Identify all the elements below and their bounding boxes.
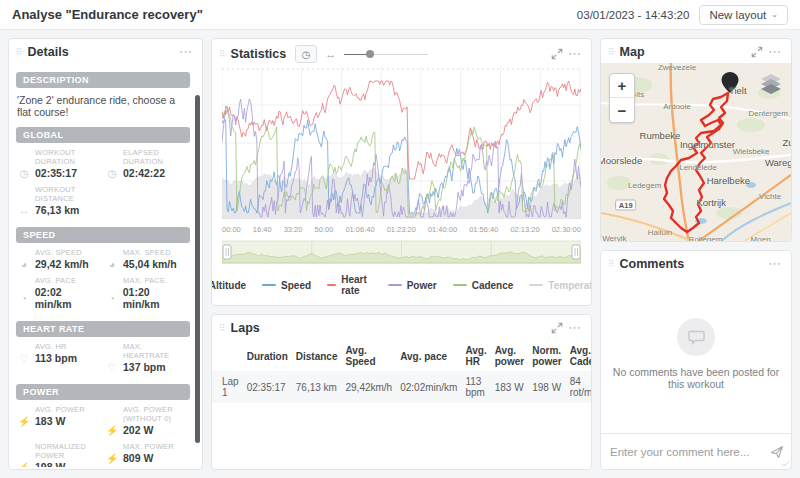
details-sections: DESCRIPTION'Zone 2' endurance ride, choo… — [9, 63, 202, 467]
bolt-icon: ⚡ — [18, 416, 30, 427]
metric: MAX. HEARTRATE♡137 bpm — [106, 342, 188, 373]
zoom-out-button[interactable]: − — [610, 98, 634, 122]
metric: MAX. SPEED◕45,04 km/h — [106, 248, 188, 270]
details-panel: ⠿ Details ⋯ DESCRIPTION'Zone 2' enduranc… — [8, 38, 203, 470]
metric: AVG. POWER⚡183 W — [18, 405, 100, 436]
map-place-label: Wielsbeke — [733, 147, 770, 156]
laps-column-header — [212, 341, 243, 371]
metric: AVG. POWER (WITHOUT 0)⚡202 W — [106, 405, 188, 436]
drag-handle-icon[interactable]: ⠿ — [608, 48, 615, 57]
statistics-menu-icon[interactable]: ⋯ — [568, 49, 582, 59]
no-comments-text: No comments have been posted for this wo… — [611, 366, 781, 390]
x-tick: 02:30:00 — [552, 225, 581, 234]
drag-handle-icon[interactable]: ⠿ — [219, 50, 226, 59]
comments-title: Comments — [620, 257, 685, 271]
range-handle-right[interactable] — [572, 245, 580, 259]
expand-icon[interactable] — [551, 322, 563, 334]
drag-handle-icon[interactable]: ⠿ — [608, 260, 615, 269]
map-place-label: Rollegem — [689, 235, 723, 242]
time-axis-button[interactable]: ◷ — [295, 45, 317, 63]
map-place-label: Rumbeke — [640, 130, 681, 141]
legend-item-power[interactable]: Power — [388, 280, 437, 291]
map-layers-button[interactable] — [759, 73, 783, 99]
gauge-icon: ◕ — [106, 259, 118, 270]
map-place-label: Moen — [751, 235, 771, 242]
distance-axis-icon[interactable]: ↔ — [325, 48, 336, 60]
legend-item-altitude[interactable]: Altitude — [211, 280, 246, 291]
map-place-label: A19 — [615, 200, 637, 211]
statistics-panel: ⠿ Statistics ◷ ↔ ⋯ 00:0016:40 — [211, 38, 592, 306]
metric: AVG. PACE◔02:02 min/km — [18, 276, 100, 310]
map-menu-icon[interactable]: ⋯ — [768, 47, 782, 57]
section-header: GLOBAL — [16, 127, 190, 143]
map-place-label: Dentergem — [748, 109, 788, 118]
laps-column-header: Norm. power — [528, 341, 565, 371]
map-place-label: Lendelede — [679, 163, 716, 172]
laps-column-header: Avg. HR — [461, 341, 490, 371]
map-place-label: Zwevezele — [658, 63, 696, 71]
map-place-label: Harelbeke — [707, 175, 750, 186]
top-bar: Analyse "Endurance recovery" 03/01/2023 … — [0, 0, 800, 30]
details-title: Details — [28, 45, 69, 59]
layout-select-button[interactable]: New layout ⌄ — [699, 5, 788, 25]
clock-icon: ◷ — [18, 168, 30, 179]
x-tick: 01:06:40 — [345, 225, 374, 234]
laps-table: DurationDistanceAvg. SpeedAvg. paceAvg. … — [212, 341, 592, 403]
x-tick: 01:40:00 — [428, 225, 457, 234]
details-menu-icon[interactable]: ⋯ — [179, 47, 193, 57]
resize-handle[interactable] — [781, 461, 789, 465]
metric: WORKOUT DISTANCE↔76,13 km — [18, 185, 100, 216]
bolt-icon: ⚡ — [106, 453, 118, 464]
statistics-chart[interactable] — [222, 67, 581, 219]
lap-row: Lap 102:35:1776,13 km29,42km/h02:02min/k… — [212, 371, 592, 403]
legend-item-cadence[interactable]: Cadence — [453, 280, 514, 291]
map-title: Map — [620, 45, 645, 59]
heart-icon: ♡ — [106, 362, 118, 373]
comments-panel: ⠿ Comments ⋯ No comments have been poste… — [600, 250, 792, 470]
map-zoom-control: + − — [609, 73, 635, 123]
stopwatch-icon: ◔ — [106, 293, 118, 304]
metric: AVG. SPEED◕29,42 km/h — [18, 248, 100, 270]
chart-range-navigator[interactable] — [222, 240, 581, 264]
arrows-h-icon: ↔ — [18, 205, 30, 216]
laps-column-header: Avg. pace — [396, 341, 461, 371]
expand-icon[interactable] — [751, 46, 763, 58]
legend-item-speed[interactable]: Speed — [262, 280, 311, 291]
map-place-label: Kortrijk — [696, 196, 726, 207]
legend-marker — [327, 284, 336, 286]
paper-plane-icon — [770, 445, 784, 459]
details-scrollbar[interactable] — [195, 95, 200, 443]
x-tick: 01:23:20 — [387, 225, 416, 234]
smoothing-slider[interactable] — [344, 49, 428, 59]
comments-menu-icon[interactable]: ⋯ — [768, 259, 782, 269]
section-header: POWER — [16, 384, 190, 400]
layers-icon — [759, 73, 783, 95]
map-place-label: Zul — [782, 137, 791, 148]
send-comment-button[interactable] — [770, 445, 784, 459]
x-tick: 01:56:40 — [469, 225, 498, 234]
laps-menu-icon[interactable]: ⋯ — [568, 323, 582, 333]
map-place-label: Vichte — [759, 192, 781, 201]
zoom-in-button[interactable]: + — [610, 74, 634, 98]
legend-item-temperature[interactable]: Temperature — [529, 280, 592, 291]
metric: AVG. HR♡113 bpm — [18, 342, 100, 373]
map-canvas[interactable]: ZwevezeleTieltGitsArdooieDentergemRumbek… — [601, 63, 791, 242]
drag-handle-icon[interactable]: ⠿ — [16, 48, 23, 57]
range-handle-left[interactable] — [223, 245, 231, 259]
metric: ELAPSED DURATION◷02:42:22 — [106, 148, 188, 179]
map-panel: ⠿ Map ⋯ ZwevezeleTieltGitsArdooieDenterg… — [600, 38, 792, 242]
layout-select-label: New layout — [709, 9, 766, 21]
slider-knob[interactable] — [366, 50, 374, 58]
legend-item-heart-rate[interactable]: Heart rate — [327, 274, 372, 296]
x-tick: 16:40 — [253, 225, 272, 234]
stopwatch-icon: ◔ — [18, 293, 30, 304]
map-place-label: Ingelmunster — [680, 139, 735, 150]
chevron-down-icon: ⌄ — [771, 10, 778, 19]
laps-column-header: Avg. Cadence — [566, 341, 592, 371]
expand-icon[interactable] — [551, 48, 563, 60]
comment-input[interactable] — [610, 446, 764, 458]
drag-handle-icon[interactable]: ⠿ — [219, 324, 226, 333]
bolt-icon: ⚡ — [106, 425, 118, 436]
heart-icon: ♡ — [18, 353, 30, 364]
legend-marker — [388, 284, 402, 286]
